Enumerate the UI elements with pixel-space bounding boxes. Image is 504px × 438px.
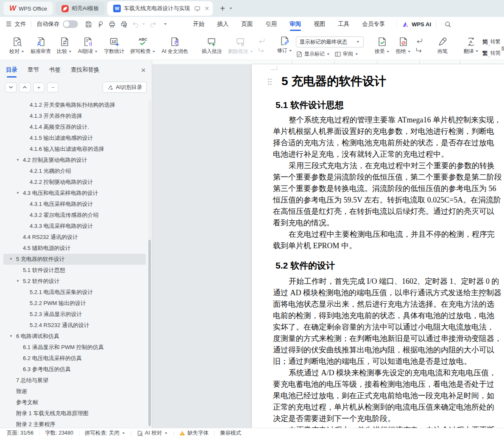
translate-button[interactable]: A 翻译▼: [461, 34, 482, 57]
ai-read-aloud-button[interactable]: AI朗读▼: [75, 34, 100, 57]
toc-item[interactable]: 附录 2 主要程序: [3, 419, 146, 428]
toc-item[interactable]: 致谢: [3, 386, 146, 397]
review-pane-button[interactable]: 审阅▼: [334, 50, 359, 58]
show-markup-button[interactable]: 显示标记▼: [296, 50, 330, 58]
reject-changes-button[interactable]: 拒绝▼: [393, 34, 414, 57]
standard-review-button[interactable]: 标准审查: [28, 34, 53, 57]
toc-item[interactable]: 4.2.1 光耦的介绍: [3, 166, 146, 177]
zoom-out-outline-button[interactable]: －: [47, 83, 58, 92]
insert-comment-button[interactable]: 插入批注: [199, 34, 225, 57]
toc-item[interactable]: 4.1.4 高频变压器的设计.: [3, 122, 146, 133]
paragraph-drag-handle-icon[interactable]: [267, 78, 272, 85]
tab-document[interactable]: W 车载无线充电器设计与实现 ✕: [107, 1, 213, 16]
print-button[interactable]: [106, 19, 118, 30]
ribbon-review-tab: 校对▼ 标准审查 比较▼ AI朗读▼ 12 字数统计 ABC 拼写检查▼: [0, 31, 504, 60]
document-page[interactable]: 5 充电器的软件设计 5.1 软件设计思想整个系统充电过程的管理主要靠 ATme…: [252, 64, 504, 428]
file-menu[interactable]: ☰ 文件: [6, 20, 26, 28]
spell-check-button[interactable]: ABC 拼写检查▼: [128, 34, 158, 57]
toc-item[interactable]: 4.3.2 霍尔电流传感器的介绍: [3, 210, 146, 221]
toc-item[interactable]: 4.3.3 电流采样电路的设计: [3, 221, 146, 232]
toc-item[interactable]: 6.3 参考电压的仿真: [3, 364, 146, 375]
markup-state-dropdown[interactable]: 显示标记的最终状态 ▼: [296, 36, 364, 47]
toc-item[interactable]: 4.1.2 开关变换电路拓扑结构的选择: [3, 100, 146, 111]
page-indicator[interactable]: 页面: 31/56: [7, 430, 33, 437]
next-change-icon[interactable]: [415, 47, 424, 54]
expand-arrow-icon[interactable]: ▼: [9, 334, 13, 338]
sidebar-tab-find-replace[interactable]: 查找和替换: [71, 66, 100, 78]
toc-item[interactable]: ▼4.2 控制及驱动电路的设计: [3, 155, 146, 166]
toc-item[interactable]: 5.1 软件设计思想: [3, 265, 146, 276]
word-count-indicator[interactable]: 字数: 23480: [45, 430, 73, 437]
autosave-toggle[interactable]: [63, 20, 78, 28]
ai-polish-button[interactable]: AI 全文润色: [159, 34, 191, 57]
pen-button[interactable]: 画笔: [432, 34, 453, 57]
menu-item-视图[interactable]: 视图: [307, 17, 331, 31]
tab-wps-office[interactable]: W WPS Office: [3, 2, 53, 15]
menu-item-工具[interactable]: 工具: [331, 17, 356, 31]
menu-item-页面[interactable]: 页面: [235, 17, 259, 31]
expand-arrow-icon[interactable]: ▼: [16, 279, 19, 283]
new-tab-button[interactable]: +: [217, 3, 228, 14]
print-preview-button[interactable]: [118, 19, 130, 30]
restrict-editing-button[interactable]: 限制编辑: [497, 34, 504, 53]
expand-all-button[interactable]: [19, 83, 31, 92]
close-sidebar-icon[interactable]: ✕: [141, 67, 146, 77]
toc-item[interactable]: 5.2.1 电流电压采集的设计: [3, 287, 146, 298]
zoom-in-outline-button[interactable]: ＋: [33, 83, 45, 92]
toc-item[interactable]: 4.1.6 输入输出滤波电容的选择: [3, 144, 146, 155]
word-count-button[interactable]: 12 字数统计: [101, 34, 127, 57]
toc-item[interactable]: ▼6 电路调试和仿真: [3, 331, 146, 342]
menu-item-审阅[interactable]: 审阅: [283, 17, 307, 31]
toc-item[interactable]: 5.2.4 RS232 通讯的设计: [3, 320, 146, 331]
menu-item-会员专享[interactable]: 会员专享: [356, 17, 391, 31]
save-button[interactable]: [82, 19, 94, 30]
toc-item[interactable]: 4.3.1 电压采样电路的设计: [3, 199, 146, 210]
sync-status-icon[interactable]: [193, 4, 201, 13]
toc-item-label: 5.1 软件设计思想: [23, 266, 65, 274]
missing-font-warning[interactable]: 缺失字体: [179, 430, 209, 437]
toc-item[interactable]: 5.2.3 液晶显示的设计: [3, 309, 146, 320]
expand-arrow-icon[interactable]: ▼: [9, 257, 13, 261]
expand-arrow-icon[interactable]: ▼: [16, 158, 19, 162]
sidebar-tab-chapters[interactable]: 章节: [28, 66, 39, 78]
menu-item-开始[interactable]: 开始: [187, 17, 211, 31]
wps-ai-button[interactable]: WPS AI: [402, 21, 431, 28]
toc-item[interactable]: ▼5 充电器的软件设计: [3, 254, 146, 265]
toc-item[interactable]: 6.1 液晶显示和 PWM 控制的仿真: [3, 342, 146, 353]
toc-item[interactable]: ▼5.2 软件的设计: [3, 276, 146, 287]
tab-list-chevron-icon[interactable]: ▼: [229, 7, 233, 10]
close-tab-icon[interactable]: ✕: [204, 5, 209, 12]
toc-item[interactable]: 5.2.2 PWM 输出的设计: [3, 298, 146, 309]
menu-item-引用[interactable]: 引用: [259, 17, 283, 31]
toc-item[interactable]: 7 总结与展望: [3, 375, 146, 386]
track-changes-button[interactable]: 修订▼: [275, 33, 295, 56]
previous-change-icon[interactable]: [415, 37, 424, 44]
search-icon[interactable]: [442, 19, 454, 30]
spell-check-status[interactable]: 拼写检查: 关闭▼: [85, 430, 125, 437]
toc-item[interactable]: ▼4.3 电压和电流采样电路的设计: [3, 188, 146, 199]
compare-button[interactable]: 比较▼: [54, 34, 75, 57]
toc-item[interactable]: 4.1.5 输出滤波电感的设计: [3, 133, 146, 144]
accept-changes-button[interactable]: 接受▼: [372, 34, 393, 57]
toc-item-label: 致谢: [16, 388, 27, 395]
ai-proofread-status[interactable]: AI 校对▼: [137, 430, 168, 437]
toc-item[interactable]: 4.1.3 开关器件的选择: [3, 111, 146, 122]
compat-mode-indicator[interactable]: 兼容模式: [220, 430, 241, 437]
toc-item[interactable]: 4.4 RS232 通讯的设计: [3, 232, 146, 243]
quickbar-customize-chevron-icon[interactable]: ▼: [163, 22, 167, 26]
toc-item[interactable]: 附录 1 车载无线充电器原理图: [3, 408, 146, 419]
sidebar-tab-contents[interactable]: 目录: [6, 66, 17, 78]
collapse-all-button[interactable]: [5, 83, 17, 92]
tab-docer-templates[interactable]: 稻壳AI模板: [56, 2, 105, 15]
toc-item[interactable]: 4.5 辅助电源的设计: [3, 243, 146, 254]
menu-item-插入[interactable]: 插入: [211, 17, 235, 31]
sidebar-scrollbar-thumb[interactable]: [148, 240, 151, 426]
proofread-button[interactable]: 校对▼: [7, 34, 27, 57]
ai-recognize-toc-button[interactable]: AI识别目录: [103, 82, 147, 93]
toc-item[interactable]: 4.2.2 控制驱动电路的设计: [3, 177, 146, 188]
export-icon[interactable]: [94, 19, 106, 30]
sidebar-tab-bookmarks[interactable]: 书签: [49, 66, 61, 78]
expand-arrow-icon[interactable]: ▼: [16, 191, 19, 195]
toc-item[interactable]: 参考文献: [3, 397, 146, 408]
toc-item[interactable]: 6.2 电压电流采样的仿真: [3, 353, 146, 364]
